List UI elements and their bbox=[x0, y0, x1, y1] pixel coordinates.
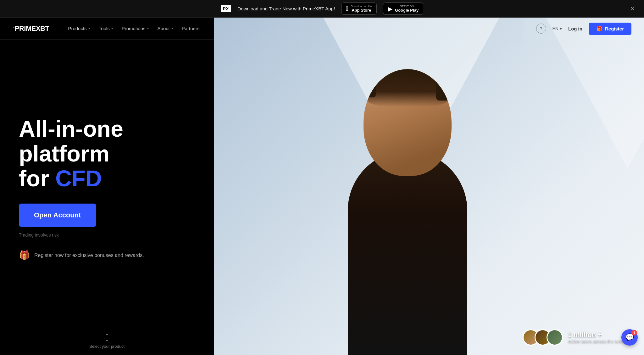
triangle-right-shape bbox=[546, 18, 644, 168]
users-label: Active users across the world bbox=[568, 339, 625, 344]
nav-products-label: Products bbox=[68, 26, 86, 31]
products-chevron-icon: ▾ bbox=[88, 27, 90, 30]
users-stats: 1 million + Active users across the worl… bbox=[523, 329, 625, 346]
nav-promotions[interactable]: Promotions ▾ bbox=[119, 24, 152, 33]
users-count: 1 million + bbox=[568, 331, 625, 339]
bonus-icon: 🎁 bbox=[19, 250, 30, 260]
nav-tools[interactable]: Tools ▾ bbox=[96, 24, 116, 33]
headline-line1: All-in-one platform bbox=[19, 117, 201, 166]
person-hair-right bbox=[436, 75, 452, 101]
risk-disclaimer: Trading involves risk bbox=[19, 232, 201, 238]
appstore-sub: Download on the bbox=[351, 5, 372, 8]
help-button[interactable]: ? bbox=[536, 24, 546, 34]
promotions-chevron-icon: ▾ bbox=[147, 27, 149, 30]
nav-about-label: About bbox=[158, 26, 170, 31]
scroll-indicator[interactable]: ⌄ ⌄ Select your product bbox=[89, 331, 125, 349]
page-wrapper: ·PRIMEXBT Products ▾ Tools ▾ Promotions … bbox=[0, 18, 644, 355]
headline-cfd: CFD bbox=[55, 166, 102, 191]
about-chevron-icon: ▾ bbox=[171, 27, 173, 30]
register-label: Register bbox=[605, 26, 624, 31]
logo[interactable]: ·PRIMEXBT bbox=[13, 24, 49, 33]
user-avatars bbox=[523, 329, 563, 346]
person-hair-left bbox=[364, 75, 376, 97]
nav-partners[interactable]: Partners bbox=[179, 24, 203, 33]
tools-chevron-icon: ▾ bbox=[111, 27, 113, 30]
googleplay-sub: GET IT ON bbox=[395, 5, 419, 8]
nav-tools-label: Tools bbox=[99, 26, 110, 31]
avatar-3 bbox=[547, 329, 563, 346]
navbar: ·PRIMEXBT Products ▾ Tools ▾ Promotions … bbox=[0, 18, 214, 40]
nav-about[interactable]: About ▾ bbox=[154, 24, 176, 33]
login-button[interactable]: Log in bbox=[568, 26, 582, 31]
top-banner: PX Download and Trade Now with PrimeXBT … bbox=[0, 0, 644, 18]
bonus-strip: 🎁 Register now for exclusive bonuses and… bbox=[19, 250, 201, 260]
chat-button[interactable]: 💬 1 bbox=[621, 329, 638, 346]
apple-icon:  bbox=[346, 5, 348, 12]
hero-section: All-in-one platform for CFD Open Account… bbox=[0, 40, 214, 331]
select-product-text: Select your product bbox=[89, 344, 125, 349]
person-illustration bbox=[310, 97, 505, 355]
nav-promotions-label: Promotions bbox=[122, 26, 146, 31]
chat-badge: 1 bbox=[631, 330, 637, 336]
bonus-text: Register now for exclusive bonuses and r… bbox=[34, 253, 144, 258]
googleplay-icon: ▶ bbox=[388, 5, 392, 13]
chevron-down-icon-2: ⌄ bbox=[104, 337, 109, 341]
person-body bbox=[348, 151, 467, 355]
right-panel-nav: ? EN ▾ Log in 🎁 Register bbox=[524, 18, 644, 40]
left-panel: ·PRIMEXBT Products ▾ Tools ▾ Promotions … bbox=[0, 18, 214, 355]
googleplay-name: Google Play bbox=[395, 8, 419, 13]
banner-close-button[interactable]: × bbox=[630, 5, 635, 13]
headline-line2: for CFD bbox=[19, 166, 201, 191]
register-gift-icon: 🎁 bbox=[596, 26, 602, 32]
chevron-down-icon: ⌄ bbox=[104, 331, 109, 336]
lang-label: EN bbox=[552, 26, 558, 31]
open-account-button[interactable]: Open Account bbox=[19, 204, 96, 227]
px-logo: PX bbox=[221, 5, 231, 12]
language-selector[interactable]: EN ▾ bbox=[552, 26, 562, 31]
right-panel: ? EN ▾ Log in 🎁 Register 1 million + Act… bbox=[214, 18, 644, 355]
lang-chevron-icon: ▾ bbox=[560, 26, 562, 31]
nav-links: Products ▾ Tools ▾ Promotions ▾ About ▾ … bbox=[65, 24, 203, 33]
logo-prime: PRIME bbox=[15, 25, 36, 33]
register-button[interactable]: 🎁 Register bbox=[589, 23, 631, 35]
headline-for: for bbox=[19, 166, 55, 191]
appstore-name: App Store bbox=[351, 8, 372, 13]
banner-text: Download and Trade Now with PrimeXBT App… bbox=[237, 6, 335, 11]
hero-headline: All-in-one platform for CFD bbox=[19, 117, 201, 191]
users-text: 1 million + Active users across the worl… bbox=[568, 331, 625, 344]
nav-partners-label: Partners bbox=[182, 26, 200, 31]
nav-products[interactable]: Products ▾ bbox=[65, 24, 93, 33]
logo-dot: · bbox=[13, 23, 15, 33]
googleplay-button[interactable]: ▶ GET IT ON Google Play bbox=[383, 3, 423, 15]
logo-xbt: XBT bbox=[36, 25, 49, 33]
person-head bbox=[364, 69, 452, 176]
appstore-button[interactable]:  Download on the App Store bbox=[341, 3, 377, 15]
